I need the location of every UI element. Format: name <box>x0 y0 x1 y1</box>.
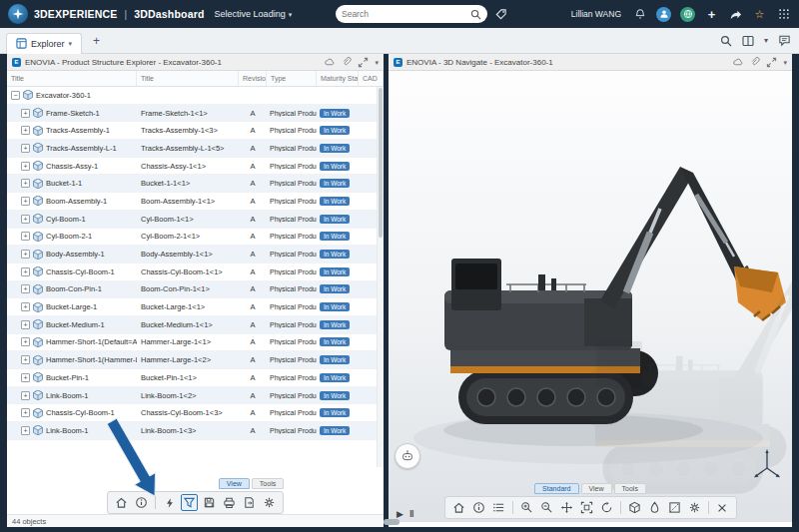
table-row[interactable]: + Bucket-Medium-1 Bucket-Medium-1<1> A P… <box>7 316 384 334</box>
expand-toggle[interactable]: + <box>21 179 30 188</box>
home-button[interactable] <box>450 499 467 516</box>
save-button[interactable] <box>201 494 218 511</box>
info-button[interactable] <box>470 499 487 516</box>
table-row[interactable]: + Bucket-Large-1 Bucket-Large-1<1> A Phy… <box>7 298 384 316</box>
expand-toggle[interactable]: + <box>21 320 30 329</box>
settings-gear-button[interactable] <box>686 499 703 516</box>
footer-tab-tools[interactable]: Tools <box>614 483 646 494</box>
tag-icon[interactable] <box>493 7 508 22</box>
table-row[interactable]: + Bucket-1-1 Bucket-1-1<1> A Physical Pr… <box>7 175 384 193</box>
table-row[interactable]: + Cyl-Boom-1 Cyl-Boom-1<1> A Physical Pr… <box>7 211 384 229</box>
maximize-icon[interactable] <box>766 57 777 68</box>
close-toolbar-button[interactable] <box>714 499 731 516</box>
tab-explorer[interactable]: Explorer ▾ <box>6 33 82 54</box>
expand-toggle[interactable]: + <box>21 267 30 276</box>
zoom-out-button[interactable] <box>538 499 555 516</box>
search-content-icon[interactable] <box>720 35 732 47</box>
table-row-root[interactable]: − Excavator-360-1 <box>7 87 384 105</box>
search-input[interactable] <box>342 9 470 19</box>
table-row[interactable]: + Hammer-Short-1(Default=As Machined)-1 … <box>7 334 384 352</box>
render-style-button[interactable] <box>646 499 663 516</box>
cloud-icon[interactable] <box>732 57 743 68</box>
link-icon[interactable] <box>749 57 760 68</box>
expand-toggle[interactable]: + <box>21 408 30 417</box>
panel-chevron-icon[interactable]: ▾ <box>783 59 787 66</box>
search-icon[interactable] <box>470 9 481 20</box>
table-row[interactable]: + Chassis-Cyl-Boom-1 Chassis-Cyl-Boom-1<… <box>7 264 384 281</box>
link-icon[interactable] <box>341 57 352 68</box>
add-tab-button[interactable]: + <box>88 34 105 48</box>
expand-toggle[interactable]: + <box>21 355 30 364</box>
assistant-robot-icon[interactable] <box>395 443 420 469</box>
table-row[interactable]: + Chassis-Cyl-Boom-1 Chassis-Cyl-Boom-1<… <box>7 404 384 422</box>
table-row[interactable]: + Hammer-Short-1(Hammer-Long=As Mac... H… <box>7 351 384 369</box>
vertical-scrollbar[interactable] <box>377 87 384 467</box>
table-row[interactable]: + Boom-Con-Pin-1 Boom-Con-Pin-1<1> A Phy… <box>7 281 384 299</box>
expand-toggle[interactable]: + <box>21 391 30 400</box>
quick-actions-lightning-button[interactable] <box>161 494 178 511</box>
filter-button[interactable] <box>181 494 198 511</box>
expand-toggle[interactable]: + <box>21 337 30 346</box>
table-row[interactable]: + Chassis-Assy-1 Chassis-Assy-1<1> A Phy… <box>7 158 384 176</box>
user-name[interactable]: Lillian WANG <box>571 9 621 19</box>
apps-grid-icon[interactable] <box>776 7 791 22</box>
table-row[interactable]: + Link-Boom-1 Link-Boom-1<2> A Physical … <box>7 387 384 405</box>
panel-chevron-icon[interactable]: ▾ <box>375 59 379 66</box>
comments-icon[interactable] <box>778 34 791 47</box>
settings-gear-button[interactable] <box>261 494 278 511</box>
panel-splitter-handle[interactable] <box>384 519 400 525</box>
expand-toggle[interactable]: + <box>21 232 30 241</box>
table-row[interactable]: + Bucket-Pin-1 Bucket-Pin-1<1> A Physica… <box>7 369 384 387</box>
table-row[interactable]: + Boom-Assembly-1 Boom-Assembly-1<1> A P… <box>7 193 384 211</box>
fit-all-button[interactable] <box>578 499 595 516</box>
export-button[interactable] <box>241 494 258 511</box>
footer-tab-tools[interactable]: Tools <box>252 478 284 489</box>
table-row[interactable]: + Frame-Sketch-1 Frame-Sketch-1<1> A Phy… <box>7 105 384 123</box>
zoom-in-button[interactable] <box>518 499 535 516</box>
add-content-button[interactable]: + <box>704 7 719 22</box>
favorites-star-icon[interactable]: ☆ <box>752 7 767 22</box>
user-avatar[interactable] <box>656 7 671 22</box>
search-box[interactable] <box>336 5 487 23</box>
pause-button[interactable]: ‖ <box>409 509 413 519</box>
expand-toggle[interactable]: + <box>21 373 30 382</box>
table-row[interactable]: + Tracks-Assembly-L-1 Tracks-Assembly-L-… <box>7 140 384 158</box>
print-button[interactable] <box>221 494 238 511</box>
expand-toggle[interactable]: + <box>21 302 30 311</box>
maximize-icon[interactable] <box>358 57 369 68</box>
home-button[interactable] <box>113 494 130 511</box>
notifications-bell-icon[interactable] <box>632 7 647 22</box>
expand-toggle[interactable]: + <box>21 215 30 224</box>
collapse-toggle[interactable]: − <box>11 91 20 100</box>
table-row[interactable]: + Tracks-Assembly-1 Tracks-Assembly-1<3>… <box>7 122 384 140</box>
expand-toggle[interactable]: + <box>21 250 30 259</box>
rotate-view-button[interactable] <box>598 499 615 516</box>
scrollbar-thumb[interactable] <box>379 88 383 238</box>
column-type[interactable]: Type <box>267 71 317 86</box>
expand-toggle[interactable]: + <box>21 109 30 118</box>
table-row[interactable]: + Link-Boom-1 Link-Boom-1<3> A Physical … <box>7 422 384 440</box>
expand-toggle[interactable]: + <box>21 126 30 135</box>
expand-toggle[interactable]: + <box>21 144 30 153</box>
play-button[interactable]: ▶ <box>397 509 403 519</box>
community-icon[interactable] <box>680 7 695 22</box>
layout-panels-icon[interactable] <box>742 35 754 47</box>
column-maturity[interactable]: Maturity State <box>317 71 359 86</box>
column-title1[interactable]: Title <box>7 71 137 86</box>
expand-toggle[interactable]: + <box>21 162 30 171</box>
footer-tab-view[interactable]: View <box>219 478 250 489</box>
column-title2[interactable]: Title <box>137 71 239 86</box>
model-tree-list-button[interactable] <box>490 499 507 516</box>
footer-tab-standard[interactable]: Standard <box>534 483 578 494</box>
compass-logo-icon[interactable] <box>8 4 28 24</box>
axes-triad[interactable] <box>752 447 782 483</box>
expand-toggle[interactable]: + <box>21 426 30 435</box>
section-button[interactable] <box>666 499 683 516</box>
collapse-chevron-icon[interactable]: ▾ <box>764 37 768 45</box>
pan-button[interactable] <box>558 499 575 516</box>
expand-toggle[interactable]: + <box>21 197 30 206</box>
footer-tab-view[interactable]: View <box>581 483 612 494</box>
3d-viewport[interactable]: ▶ ‖ StandardViewTools <box>389 71 792 527</box>
share-icon[interactable] <box>728 7 743 22</box>
view-cube-button[interactable] <box>626 499 643 516</box>
